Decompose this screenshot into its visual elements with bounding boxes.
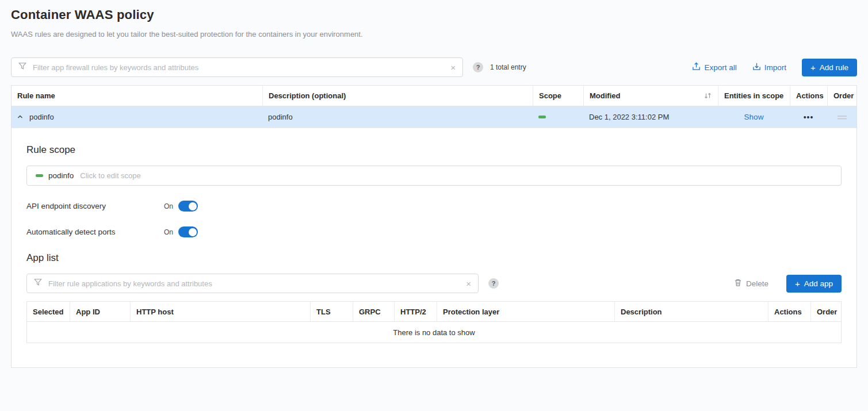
plus-icon: + [795,279,800,288]
rule-description: podinfo [262,113,533,121]
col-http-host[interactable]: HTTP host [130,302,310,321]
col-app-id[interactable]: App ID [70,302,130,321]
scope-value: podinfo [48,171,74,180]
delete-label: Delete [746,279,768,288]
container-waas-policy-page: Container WAAS policy WAAS rules are des… [0,0,868,411]
col-order[interactable]: Order [827,86,859,106]
col-rule-name[interactable]: Rule name [12,86,262,106]
import-label: Import [764,63,786,72]
total-entries: 1 total entry [490,63,526,71]
rule-order-cell [827,114,856,120]
add-rule-label: Add rule [820,63,848,72]
app-list-title: App list [26,252,842,264]
rules-filter-input[interactable] [32,63,445,72]
app-table: Selected App ID HTTP host TLS GRPC HTTP/… [26,301,842,343]
rules-filter-box[interactable]: × [11,57,463,77]
col-protection-layer[interactable]: Protection layer [437,302,614,321]
entities-show-link[interactable]: Show [744,113,764,121]
rules-table-header: Rule name Description (optional) Scope M… [12,86,856,106]
col-modified[interactable]: Modified [583,86,718,106]
rule-scope-cell [533,116,583,118]
toggle-knob [189,228,197,236]
help-icon[interactable]: ? [488,278,499,289]
scope-editor[interactable]: podinfo Click to edit scope [26,166,842,186]
export-icon [692,62,701,72]
rule-modified: Dec 1, 2022 3:11:02 PM [583,113,718,121]
collapse-chevron-icon[interactable] [17,114,23,120]
import-button[interactable]: Import [752,62,786,72]
clear-filter-icon[interactable]: × [466,279,471,288]
scope-collection-badge [538,116,546,118]
col-description[interactable]: Description (optional) [262,86,533,106]
import-icon [752,62,761,72]
col-entities-in-scope[interactable]: Entities in scope [718,86,790,106]
clear-filter-icon[interactable]: × [450,63,456,72]
col-selected[interactable]: Selected [27,302,70,321]
sort-icon[interactable] [703,92,712,99]
api-endpoint-discovery-toggle[interactable] [178,201,198,212]
drag-handle-icon[interactable] [837,114,847,120]
rule-actions-cell: ••• [790,113,827,122]
rules-table: Rule name Description (optional) Scope M… [11,85,857,368]
scope-collection-badge [36,174,43,177]
help-icon[interactable]: ? [473,62,483,72]
app-filter-input[interactable] [47,279,461,289]
export-all-label: Export all [704,63,736,72]
toggle-label: API endpoint discovery [26,202,164,210]
app-table-header: Selected App ID HTTP host TLS GRPC HTTP/… [27,302,841,322]
rule-entities-cell: Show [718,113,790,121]
toggle-state: On [164,202,173,210]
toggle-knob [189,202,197,210]
add-app-button[interactable]: + Add app [786,275,842,293]
auto-detect-ports-toggle[interactable] [178,226,198,237]
rule-name: podinfo [29,113,54,121]
auto-detect-ports-setting: Automatically detect ports On [26,226,842,237]
col-order[interactable]: Order [810,302,843,321]
page-title: Container WAAS policy [11,0,857,22]
add-app-label: Add app [804,279,833,288]
col-actions[interactable]: Actions [790,86,827,106]
api-endpoint-discovery-setting: API endpoint discovery On [26,201,842,212]
col-scope[interactable]: Scope [533,86,583,106]
col-grpc[interactable]: GRPC [353,302,394,321]
add-rule-button[interactable]: + Add rule [802,59,857,76]
trash-icon [734,278,742,289]
row-actions-menu-icon[interactable]: ••• [804,113,814,122]
toggle-state: On [164,228,173,236]
rule-detail-panel: Rule scope podinfo Click to edit scope A… [12,128,856,367]
delete-app-button[interactable]: Delete [734,278,768,289]
app-filter-box[interactable]: × [26,274,479,293]
filter-funnel-icon [18,62,26,72]
col-tls[interactable]: TLS [310,302,353,321]
col-description[interactable]: Description [614,302,768,321]
toggle-label: Automatically detect ports [26,228,164,236]
col-http2[interactable]: HTTP/2 [394,302,437,321]
rule-row-podinfo[interactable]: podinfo podinfo Dec 1, 2022 3:11:02 PM S… [12,106,856,128]
rule-scope-title: Rule scope [26,144,842,156]
plus-icon: + [810,63,816,72]
col-modified-label: Modified [590,91,620,100]
app-list-toolbar: × ? Delete + Add app [26,274,842,293]
rule-name-cell: podinfo [12,113,262,121]
app-table-empty-message: There is no data to show [27,322,841,343]
filter-funnel-icon [34,278,42,289]
col-actions[interactable]: Actions [768,302,810,321]
export-all-button[interactable]: Export all [692,62,736,72]
rules-toolbar: × ? 1 total entry Export all Import + Ad… [11,57,857,77]
scope-edit-placeholder: Click to edit scope [80,171,141,180]
page-subtitle: WAAS rules are designed to let you tailo… [11,30,857,39]
